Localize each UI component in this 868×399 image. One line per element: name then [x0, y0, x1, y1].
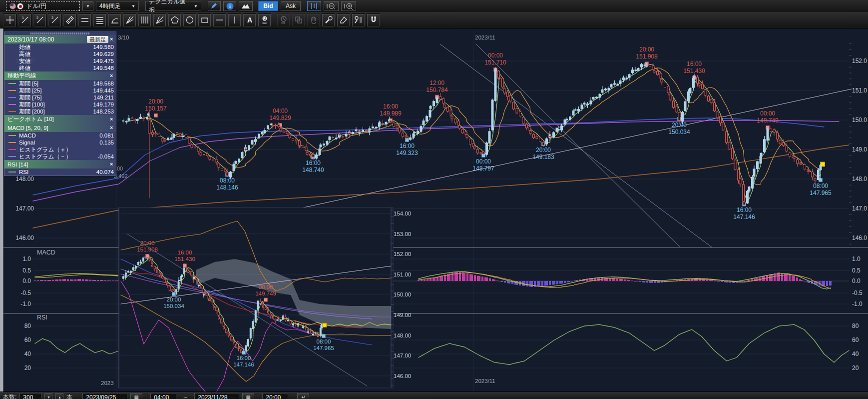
rectangle-tool[interactable] [198, 14, 211, 27]
close-indicator-button[interactable]: × [108, 125, 114, 130]
svg-text:16:00: 16:00 [687, 60, 702, 68]
text-tool[interactable]: A [243, 14, 256, 27]
fibonacci-fan-tool[interactable] [123, 14, 136, 27]
zoom-in-button[interactable] [341, 1, 356, 11]
bar-count-input[interactable]: 300 [19, 393, 41, 399]
svg-text:40: 40 [24, 350, 31, 358]
parallel-lines-tool[interactable] [78, 14, 91, 27]
svg-text:147.00: 147.00 [15, 205, 34, 212]
svg-text:151.430: 151.430 [683, 68, 705, 74]
bid-button[interactable]: Bid [258, 1, 278, 11]
currency-pair-selector[interactable]: ドル/円 [6, 1, 80, 11]
ellipse-tool[interactable] [183, 14, 196, 27]
to-time-input[interactable]: 20:00 [262, 393, 288, 399]
trendline-2-tool[interactable]: 2 [33, 14, 46, 27]
count-up-button[interactable]: ▲ [55, 393, 63, 399]
trendline-1-tool[interactable]: 1 [18, 14, 31, 27]
trendline-3-tool[interactable]: 3 [48, 14, 61, 27]
vertical-line-tool[interactable] [228, 14, 241, 27]
svg-text:16:00: 16:00 [306, 160, 321, 166]
svg-text:146.00: 146.00 [15, 234, 34, 242]
trading-app-window: { "toolbar": { "pair": "ドル/円", "timefram… [0, 0, 868, 399]
bar-count-statusbar: 本数: 300 ▼ ▲ 本 2023/09/25 ▦ 04:00 ～ 2023/… [0, 392, 868, 399]
svg-text:80: 80 [24, 322, 31, 330]
inset-zoom-chart[interactable]: 154.00153.00152.00151.00150.00149.00148.… [119, 208, 411, 395]
to-date-calendar-button[interactable]: ▦ [242, 393, 254, 399]
indicator-row: 期間 [5]149.568 [4, 80, 116, 87]
us-flag-icon [9, 3, 16, 10]
indicator-label: Signal [19, 140, 99, 146]
horizontal-line-tool[interactable] [213, 14, 226, 27]
from-date-input[interactable]: 2023/09/25 [82, 393, 127, 399]
range-separator: ～ [182, 393, 188, 399]
svg-text:RSI: RSI [37, 314, 47, 321]
chart-canvas[interactable]: 152.0152.00151.0151.00150.0150.00149.014… [0, 0, 868, 399]
draw-mode-button[interactable] [208, 1, 221, 11]
fibonacci-arc-icon [110, 15, 120, 25]
fibonacci-arc-tool[interactable] [108, 14, 121, 27]
svg-text:-1.0: -1.0 [20, 300, 31, 308]
to-date-input[interactable]: 2023/11/28 [194, 393, 239, 399]
svg-text:08:00: 08:00 [317, 338, 331, 344]
from-time-input[interactable]: 04:00 [150, 393, 176, 399]
svg-text:149.0: 149.0 [852, 146, 867, 153]
indicator-label: 期間 [75] [19, 94, 93, 102]
series-color-swatch [8, 172, 16, 172]
svg-text:150.784: 150.784 [426, 86, 448, 94]
object-list-settings-tool[interactable] [352, 14, 365, 27]
eraser-tool[interactable] [337, 14, 350, 27]
indicator-info-panel[interactable]: 2023/10/17 08:00 最新足 × 始値149.580高値149.62… [4, 32, 116, 176]
svg-text:1.0: 1.0 [852, 256, 861, 262]
swing-marker [242, 351, 246, 354]
from-date-calendar-button[interactable]: ▦ [130, 393, 142, 399]
indicator-value: 149.445 [93, 88, 114, 94]
svg-text:-1.0: -1.0 [852, 300, 863, 308]
icon-stamp-tool[interactable]: icon [258, 14, 271, 27]
fibonacci-timezone-tool[interactable] [138, 14, 151, 27]
technical-selector[interactable]: テクニカル選択 ▼ [145, 1, 201, 11]
magnet-tool[interactable] [367, 14, 380, 27]
svg-text:2: 2 [36, 16, 38, 20]
bid-label: Bid [263, 2, 273, 10]
pair-dropdown-button[interactable]: ▼ [82, 1, 93, 11]
grid-lines-tool[interactable] [93, 14, 106, 27]
gann-fan-icon [155, 15, 165, 25]
close-indicator-button[interactable]: × [108, 73, 114, 78]
close-indicator-button[interactable]: × [108, 162, 114, 167]
timeframe-selector[interactable]: 4時間足 ▼ [96, 1, 139, 11]
zoom-out-button[interactable] [324, 1, 339, 11]
indicator-label: 期間 [200] [19, 108, 93, 116]
apply-range-button[interactable]: ↵ [297, 393, 309, 399]
close-indicator-button[interactable]: × [108, 116, 114, 122]
svg-text:149.183: 149.183 [532, 154, 554, 160]
svg-text:150.00: 150.00 [394, 292, 411, 298]
svg-text:154.00: 154.00 [394, 210, 411, 216]
ruler-tool[interactable] [63, 14, 76, 27]
svg-text:0.0: 0.0 [22, 278, 31, 284]
svg-text:2023: 2023 [101, 380, 114, 386]
gann-fan-tool[interactable] [153, 14, 166, 27]
svg-text:0.5: 0.5 [22, 267, 31, 274]
text-icon: A [245, 15, 255, 25]
svg-text:60: 60 [24, 336, 31, 344]
svg-text:08:00: 08:00 [220, 177, 235, 184]
indicator-value: 0.135 [99, 140, 114, 146]
area-chart-button[interactable] [239, 1, 253, 11]
info-button[interactable]: i [223, 1, 236, 11]
svg-text:20:00: 20:00 [140, 240, 155, 246]
settings-wrench-tool[interactable] [322, 14, 335, 27]
svg-text:-0.5: -0.5 [20, 290, 31, 296]
crosshair-tool[interactable] [3, 14, 16, 27]
bar-width-button[interactable] [307, 1, 321, 11]
ask-button[interactable]: Ask [281, 1, 301, 11]
series-color-swatch [8, 111, 16, 112]
svg-text:151.00: 151.00 [394, 272, 411, 278]
latest-candle-button[interactable]: 最新足 [87, 36, 108, 43]
close-panel-button[interactable]: × [108, 36, 114, 42]
pentagon-tool[interactable] [168, 14, 181, 27]
count-down-button[interactable]: ▼ [44, 393, 52, 399]
indicator-label: ヒストグラム（＋） [19, 146, 114, 154]
svg-text:148.00: 148.00 [15, 176, 34, 182]
svg-text:151.710: 151.710 [484, 59, 506, 66]
svg-text:20: 20 [24, 364, 31, 372]
